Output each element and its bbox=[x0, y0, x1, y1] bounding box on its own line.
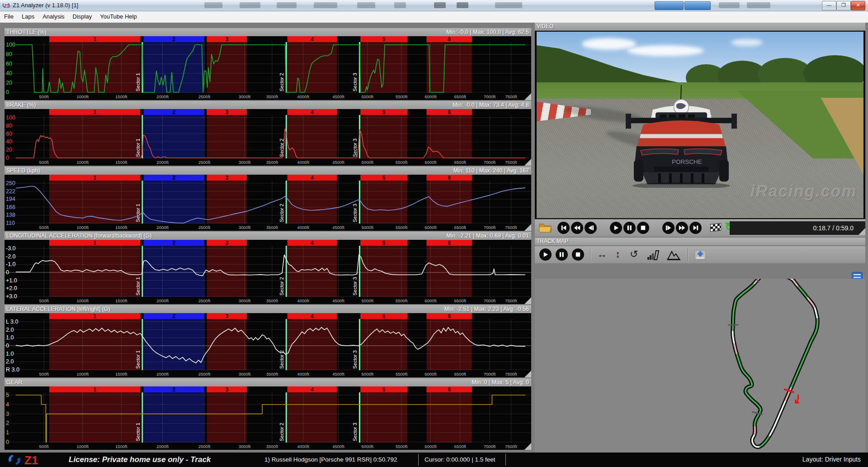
step-back-button[interactable] bbox=[585, 222, 597, 234]
pause-button[interactable] bbox=[556, 248, 568, 261]
skip-end-button[interactable] bbox=[689, 222, 702, 234]
open-file-button[interactable] bbox=[538, 222, 552, 233]
segment-bars-button[interactable] bbox=[647, 250, 660, 262]
right-column: VIDEO bbox=[535, 23, 865, 453]
track-map-canvas[interactable] bbox=[535, 279, 865, 453]
svg-text:0: 0 bbox=[6, 439, 9, 445]
svg-text:0: 0 bbox=[6, 343, 9, 349]
svg-text:2: 2 bbox=[6, 420, 9, 426]
race-car: PORSCHE bbox=[613, 84, 749, 188]
chart-plot-area[interactable]: 123456Sector 1Sector 2Sector 3L 3.02.01.… bbox=[5, 313, 531, 377]
import-button[interactable] bbox=[694, 248, 707, 263]
z1-logo: Z1 bbox=[6, 453, 61, 466]
chart-title: LATERAL ACCELERATION [left/right] (G) bbox=[6, 305, 110, 313]
chart-plot-area[interactable]: 123456Sector 1Sector 2Sector 3-3.0-2.0-1… bbox=[5, 240, 531, 304]
svg-text:Sector 3: Sector 3 bbox=[352, 204, 358, 222]
video-timestamp: 0:18.7 / 0:59.0 bbox=[813, 224, 854, 232]
chart-header[interactable]: THROTTLE (%)Min: -0.0 | Max: 100.0 | Avg… bbox=[5, 28, 531, 36]
chart-plot-area[interactable]: 123456Sector 1Sector 2Sector 3543210500f… bbox=[5, 386, 531, 450]
minimize-button[interactable]: — bbox=[822, 1, 836, 10]
svg-text:7500ft: 7500ft bbox=[505, 160, 517, 165]
separator bbox=[590, 248, 590, 262]
svg-text:1000ft: 1000ft bbox=[76, 160, 89, 165]
svg-text:+1.0: +1.0 bbox=[6, 277, 17, 284]
chart-stats: Min: 110 | Max: 240 | Avg: 167 bbox=[453, 167, 529, 175]
svg-text:2000ft: 2000ft bbox=[156, 444, 169, 449]
pan-horizontal-button[interactable]: ↔ bbox=[597, 248, 607, 261]
z1-analyzer-window: { "window": {"title": "Z1 Analyzer (v 1.… bbox=[0, 0, 868, 467]
svg-text:2: 2 bbox=[172, 386, 175, 393]
chart-header[interactable]: BRAKE (%)Min: -0.0 | Max: 73.4 | Avg: 4.… bbox=[5, 101, 531, 109]
window-title: Z1 Analyzer (v 1.18.0) [1] bbox=[13, 2, 78, 9]
svg-text:4500ft: 4500ft bbox=[332, 298, 344, 303]
pan-vertical-button[interactable]: ↕ bbox=[615, 248, 620, 261]
svg-text:1500ft: 1500ft bbox=[115, 444, 127, 449]
elevation-button[interactable] bbox=[667, 250, 681, 262]
svg-text:4: 4 bbox=[311, 386, 314, 393]
svg-text:7500ft: 7500ft bbox=[505, 444, 517, 449]
play-button[interactable] bbox=[539, 248, 552, 261]
close-button[interactable]: ✕ bbox=[851, 1, 865, 10]
stop-button[interactable] bbox=[637, 222, 649, 234]
step-forward-button[interactable] bbox=[662, 222, 675, 234]
chart-plot-area[interactable]: 123456Sector 1Sector 2Sector 31008060402… bbox=[5, 109, 531, 166]
background-window-artifact bbox=[277, 2, 297, 8]
video-frame[interactable]: PORSCHE iRacing.com bbox=[535, 31, 865, 219]
svg-text:Sector 2: Sector 2 bbox=[279, 73, 284, 91]
fast-forward-button[interactable] bbox=[676, 222, 688, 234]
rotate-button[interactable]: ↺ bbox=[630, 248, 638, 261]
app-icon: Z1 bbox=[2, 1, 10, 10]
telemetry-charts: THROTTLE (%)Min: -0.0 | Max: 100.0 | Avg… bbox=[5, 23, 531, 453]
trackmap-panel-title: TRACK MAP bbox=[537, 238, 568, 244]
svg-text:5000ft: 5000ft bbox=[361, 160, 373, 165]
svg-text:5500ft: 5500ft bbox=[396, 160, 408, 165]
chart-header[interactable]: SPEED (kph)Min: 110 | Max: 240 | Avg: 16… bbox=[5, 167, 531, 175]
svg-text:1500ft: 1500ft bbox=[115, 160, 127, 165]
maximize-button[interactable]: ❐ bbox=[836, 1, 851, 10]
svg-text:7000ft: 7000ft bbox=[484, 160, 496, 165]
svg-text:2000ft: 2000ft bbox=[156, 372, 169, 376]
resize-grip[interactable] bbox=[859, 228, 865, 235]
pause-button[interactable] bbox=[623, 222, 636, 234]
background-window-artifact bbox=[747, 2, 770, 8]
menu-analysis[interactable]: Analysis bbox=[38, 11, 68, 20]
svg-text:Sector 1: Sector 1 bbox=[135, 204, 141, 222]
svg-text:-2.0: -2.0 bbox=[6, 253, 16, 260]
svg-text:4000ft: 4000ft bbox=[297, 160, 309, 165]
skip-start-button[interactable] bbox=[557, 222, 570, 234]
chart-header[interactable]: GEARMin: 0 | Max: 5 | Avg: 0 bbox=[5, 378, 531, 386]
svg-text:2.0: 2.0 bbox=[6, 358, 14, 365]
svg-text:1: 1 bbox=[93, 386, 96, 393]
stop-button[interactable] bbox=[572, 248, 584, 261]
play-button[interactable] bbox=[610, 222, 622, 234]
svg-text:Sector 2: Sector 2 bbox=[279, 350, 284, 369]
menu-laps[interactable]: Laps bbox=[18, 11, 38, 20]
background-window-artifact bbox=[314, 2, 337, 8]
svg-text:3: 3 bbox=[225, 313, 228, 319]
svg-text:7000ft: 7000ft bbox=[484, 444, 496, 449]
checkered-flag-icon[interactable] bbox=[710, 223, 721, 232]
svg-text:2500ft: 2500ft bbox=[198, 298, 211, 303]
chart-title: LONGITUDINAL ACCELERATION [forward/backw… bbox=[6, 232, 152, 240]
svg-text:138: 138 bbox=[6, 212, 15, 218]
menu-youtube-help[interactable]: YouTube Help bbox=[96, 11, 141, 20]
chart-panel-throttle: THROTTLE (%)Min: -0.0 | Max: 100.0 | Avg… bbox=[5, 28, 531, 100]
chart-panel-gear: GEARMin: 0 | Max: 5 | Avg: 0123456Sector… bbox=[5, 378, 531, 450]
menu-file[interactable]: File bbox=[0, 11, 18, 20]
video-panel-header: VIDEO bbox=[535, 23, 865, 30]
svg-text:250: 250 bbox=[6, 180, 15, 186]
svg-text:0: 0 bbox=[6, 269, 9, 276]
background-window-artifact bbox=[719, 2, 740, 8]
cloud bbox=[731, 39, 763, 46]
title-bar[interactable]: Z1 Z1 Analyzer (v 1.18.0) [1] — ❐ ✕ bbox=[0, 0, 868, 11]
svg-text:1: 1 bbox=[93, 109, 96, 115]
svg-text:4500ft: 4500ft bbox=[332, 444, 344, 449]
menu-display[interactable]: Display bbox=[69, 11, 96, 20]
svg-text:6000ft: 6000ft bbox=[425, 225, 437, 230]
chart-header[interactable]: LATERAL ACCELERATION [left/right] (G)Min… bbox=[5, 305, 531, 313]
rewind-button[interactable] bbox=[571, 222, 583, 234]
chart-header[interactable]: LONGITUDINAL ACCELERATION [forward/backw… bbox=[5, 232, 531, 240]
chart-plot-area[interactable]: 123456Sector 1Sector 2Sector 32502221941… bbox=[5, 175, 531, 231]
main-area: THROTTLE (%)Min: -0.0 | Max: 100.0 | Avg… bbox=[0, 23, 868, 453]
chart-plot-area[interactable]: 123456Sector 1Sector 2Sector 31008060402… bbox=[5, 36, 531, 100]
